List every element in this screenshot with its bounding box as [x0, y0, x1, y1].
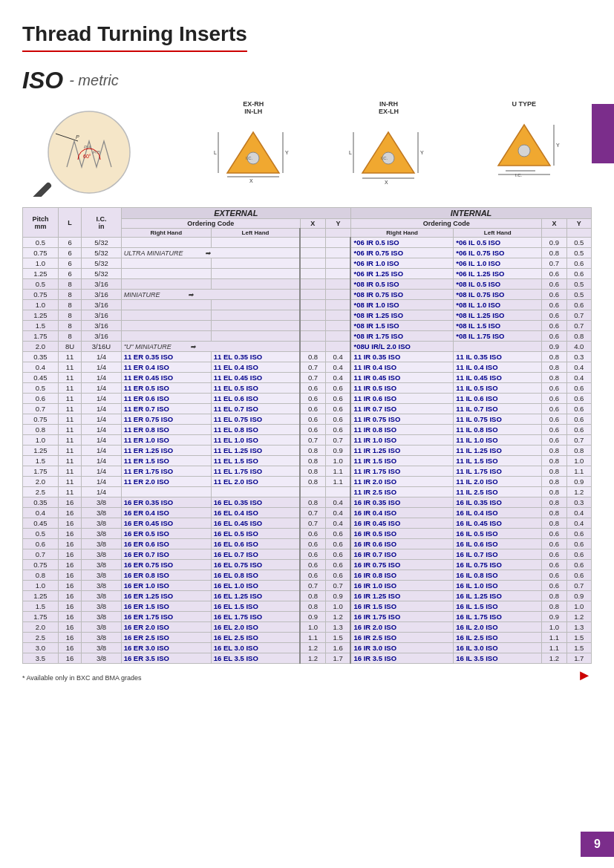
- int-y-cell: 0.5: [566, 248, 591, 258]
- int-rh-cell: 11 IR 2.0 ISO: [350, 477, 453, 487]
- int-rh-header: Right Hand: [350, 229, 453, 238]
- ic-cell: 3/16: [82, 279, 121, 290]
- int-x-cell: 0.8: [542, 497, 566, 508]
- ext-rh-cell: MINIATURE ➡: [121, 290, 300, 300]
- col-pitch-header: Pitchmm: [23, 208, 59, 238]
- ext-y-cell: 0.6: [325, 404, 350, 414]
- ic-cell: 5/32: [82, 258, 121, 269]
- int-x-cell: 0.8: [542, 352, 566, 362]
- ext-x-cell: [300, 331, 325, 342]
- l-cell: 16: [58, 612, 82, 622]
- int-x-cell: 0.9: [542, 612, 566, 622]
- svg-text:P: P: [76, 134, 79, 140]
- ic-cell: 3/8: [82, 508, 121, 518]
- pitch-cell: 0.4: [23, 508, 59, 518]
- table-row: 0.35111/411 ER 0.35 ISO11 EL 0.35 ISO0.8…: [23, 352, 592, 362]
- table-row: 1.5163/816 ER 1.5 ISO16 EL 1.5 ISO0.81.0…: [23, 601, 592, 612]
- ext-y-cell: 0.6: [325, 539, 350, 549]
- svg-text:X: X: [249, 178, 253, 183]
- pitch-cell: 0.75: [23, 414, 59, 425]
- int-y-cell: 0.3: [566, 497, 591, 508]
- int-x-cell: 0.6: [542, 331, 566, 342]
- int-x-cell: 0.6: [542, 529, 566, 539]
- svg-point-26: [518, 145, 530, 157]
- pitch-cell: 0.7: [23, 404, 59, 414]
- ext-rh-cell: [121, 238, 211, 248]
- iso-subtitle: - metric: [69, 72, 119, 89]
- table-row: 1.5111/411 ER 1.5 ISO11 EL 1.5 ISO0.81.0…: [23, 456, 592, 466]
- ext-lh-cell: 16 EL 2.5 ISO: [211, 633, 300, 643]
- l-cell: 8: [58, 279, 82, 290]
- int-y-cell: 0.6: [566, 529, 591, 539]
- int-lh-cell: *08 IL 1.75 ISO: [454, 331, 542, 342]
- ic-cell: 3/8: [82, 549, 121, 560]
- l-cell: 16: [58, 622, 82, 633]
- int-lh-cell: 16 IL 1.25 ISO: [454, 591, 542, 601]
- int-y-cell: 1.1: [566, 466, 591, 477]
- int-lh-cell: 16 IL 0.4 ISO: [454, 508, 542, 518]
- pitch-cell: 0.75: [23, 248, 59, 258]
- ext-rh-cell: 11 ER 0.35 ISO: [121, 352, 211, 362]
- ext-x-cell: 1.2: [300, 653, 325, 664]
- ext-x-cell: [300, 238, 325, 248]
- l-cell: 8: [58, 300, 82, 310]
- table-row: 1.2583/16*08 IR 1.25 ISO*08 IL 1.25 ISO0…: [23, 310, 592, 321]
- l-cell: 16: [58, 570, 82, 581]
- ic-cell: 3/8: [82, 591, 121, 601]
- magnifier-svg: 60° P P/A P/B: [22, 100, 163, 197]
- ext-x-cell: 0.6: [300, 394, 325, 404]
- int-lh-cell: *08 IL 1.25 ISO: [454, 310, 542, 321]
- l-cell: 16: [58, 549, 82, 560]
- table-row: 1.75163/816 ER 1.75 ISO16 EL 1.75 ISO0.9…: [23, 612, 592, 622]
- int-lh-cell: [454, 342, 542, 352]
- int-lh-cell: 16 IL 1.0 ISO: [454, 581, 542, 591]
- int-x-cell: 0.9: [542, 342, 566, 352]
- svg-text:I.C.: I.C.: [246, 156, 253, 160]
- int-rh-cell: 16 IR 2.5 ISO: [350, 633, 453, 643]
- ext-rh-cell: 16 ER 1.0 ISO: [121, 581, 211, 591]
- ext-rh-header: Right Hand: [121, 229, 211, 238]
- ext-y-cell: 0.4: [325, 373, 350, 383]
- table-row: 1.0163/816 ER 1.0 ISO16 EL 1.0 ISO0.70.7…: [23, 581, 592, 591]
- int-y-cell: 1.5: [566, 643, 591, 653]
- ext-x-cell: [300, 279, 325, 290]
- ic-cell: 1/4: [82, 425, 121, 435]
- l-cell: 16: [58, 581, 82, 591]
- ic-cell: 3/16: [82, 290, 121, 300]
- int-lh-cell: 16 IL 0.8 ISO: [454, 570, 542, 581]
- ext-rh-cell: 11 ER 1.5 ISO: [121, 456, 211, 466]
- table-row: 1.75111/411 ER 1.75 ISO11 EL 1.75 ISO0.8…: [23, 466, 592, 477]
- ic-cell: 1/4: [82, 383, 121, 394]
- l-cell: 11: [58, 446, 82, 456]
- int-x-cell: 0.6: [542, 560, 566, 570]
- ext-y-cell: 0.9: [325, 591, 350, 601]
- int-x-cell: 0.6: [542, 269, 566, 279]
- ext-rh-cell: 11 ER 1.0 ISO: [121, 435, 211, 446]
- ext-x-cell: 0.8: [300, 601, 325, 612]
- table-row: 0.45111/411 ER 0.45 ISO11 EL 0.45 ISO0.7…: [23, 373, 592, 383]
- table-row: 1.065/32*06 IR 1.0 ISO*06 IL 1.0 ISO0.70…: [23, 258, 592, 269]
- ic-cell: 1/4: [82, 456, 121, 466]
- int-x-cell: 0.6: [542, 321, 566, 331]
- ext-lh-cell: 11 EL 0.75 ISO: [211, 414, 300, 425]
- l-cell: 11: [58, 414, 82, 425]
- ext-rh-cell: 11 ER 0.7 ISO: [121, 404, 211, 414]
- ic-cell: 1/4: [82, 414, 121, 425]
- int-lh-cell: *08 IL 1.5 ISO: [454, 321, 542, 331]
- ext-y-cell: [325, 290, 350, 300]
- ext-rh-cell: 11 ER 0.8 ISO: [121, 425, 211, 435]
- l-cell: 6: [58, 269, 82, 279]
- pitch-cell: 2.5: [23, 633, 59, 643]
- l-cell: 16: [58, 539, 82, 549]
- int-lh-cell: 16 IL 0.7 ISO: [454, 549, 542, 560]
- ext-lh-cell: 16 EL 0.5 ISO: [211, 529, 300, 539]
- ext-lh-cell: 16 EL 1.75 ISO: [211, 612, 300, 622]
- int-y-cell: 1.5: [566, 633, 591, 643]
- int-rh-cell: *08 IR 0.5 ISO: [350, 279, 453, 290]
- ext-rh-cell: 16 ER 0.8 ISO: [121, 570, 211, 581]
- ic-cell: 3/16: [82, 300, 121, 310]
- l-cell: 11: [58, 383, 82, 394]
- ext-y-cell: 0.4: [325, 518, 350, 529]
- int-lh-cell: 11 IL 0.8 ISO: [454, 425, 542, 435]
- pitch-cell: 2.0: [23, 342, 59, 352]
